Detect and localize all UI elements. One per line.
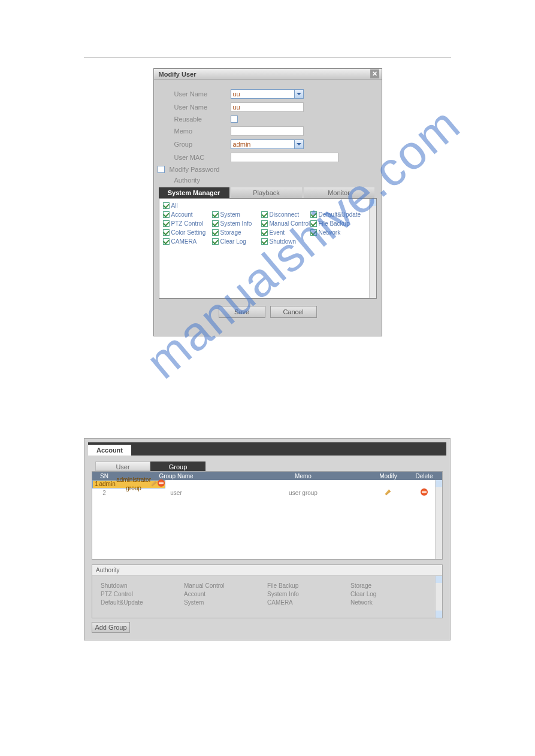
edit-icon[interactable]	[151, 480, 158, 487]
reusable-label: Reusable	[174, 116, 231, 123]
col-modify: Modify	[370, 473, 406, 479]
cancel-button[interactable]: Cancel	[270, 306, 317, 318]
user-name-label: User Name	[174, 104, 231, 111]
chevron-down-icon	[294, 90, 303, 98]
mac-label: User MAC	[174, 154, 231, 161]
account-tab[interactable]: Account	[88, 445, 131, 456]
authority-title: Authority	[92, 565, 442, 576]
page-divider	[84, 57, 451, 57]
perm-checkbox[interactable]	[310, 211, 317, 218]
tab-system-manager[interactable]: System Manager	[159, 187, 229, 198]
perm-checkbox[interactable]	[212, 220, 219, 227]
modify-password-checkbox[interactable]	[158, 166, 165, 173]
edit-icon[interactable]	[385, 489, 392, 496]
subtab-user[interactable]: User	[95, 462, 150, 471]
perm-checkbox[interactable]	[212, 229, 219, 236]
scrollbar[interactable]	[435, 480, 442, 559]
dialog-title: Modify User	[159, 71, 197, 78]
perm-checkbox[interactable]	[261, 238, 268, 245]
delete-icon[interactable]	[421, 488, 428, 496]
mac-input[interactable]	[231, 153, 338, 162]
user-select[interactable]: uu	[231, 89, 304, 99]
table-row[interactable]: 1 admin administrator group	[92, 480, 165, 488]
account-panel: Account User Group SN Group Name Memo Mo…	[84, 438, 451, 640]
perm-checkbox[interactable]	[261, 229, 268, 236]
delete-icon[interactable]	[158, 479, 165, 487]
subtab-group[interactable]: Group	[150, 462, 205, 471]
user-name-input[interactable]: uu	[231, 102, 304, 112]
col-sn: SN	[92, 473, 116, 479]
perm-checkbox[interactable]	[163, 202, 170, 209]
modify-user-dialog: Modify User ✕ User Name uu User Name uu …	[153, 68, 382, 336]
user-select-label: User Name	[174, 90, 231, 98]
add-group-button[interactable]: Add Group	[92, 622, 130, 633]
perm-checkbox[interactable]	[163, 229, 170, 236]
reusable-checkbox[interactable]	[231, 116, 238, 123]
scrollbar[interactable]	[435, 576, 442, 618]
close-icon[interactable]: ✕	[370, 69, 379, 78]
group-label: Group	[174, 141, 231, 148]
dialog-titlebar: Modify User ✕	[154, 69, 382, 80]
chevron-down-icon	[294, 140, 303, 148]
permissions-box: All Account System Disconnect Default&Up…	[159, 198, 377, 299]
perm-checkbox[interactable]	[310, 229, 317, 236]
perm-checkbox[interactable]	[310, 220, 317, 227]
memo-label: Memo	[174, 127, 231, 135]
tab-playback[interactable]: Playback	[231, 187, 302, 198]
perm-checkbox[interactable]	[261, 220, 268, 227]
perm-checkbox[interactable]	[163, 238, 170, 245]
perm-checkbox[interactable]	[261, 211, 268, 218]
group-select[interactable]: admin	[231, 139, 304, 149]
col-delete: Delete	[406, 473, 442, 479]
modify-password-label: Modify Password	[170, 166, 220, 173]
authority-panel: Authority Shutdown PTZ Control Default&U…	[92, 564, 443, 618]
memo-input[interactable]	[231, 126, 304, 136]
perm-checkbox[interactable]	[212, 238, 219, 245]
scrollbar[interactable]	[369, 199, 376, 298]
tab-monitor[interactable]: Monitor	[304, 187, 374, 198]
perm-checkbox[interactable]	[212, 211, 219, 218]
col-memo: Memo	[236, 473, 370, 479]
authority-label: Authority	[154, 177, 382, 184]
perm-checkbox[interactable]	[163, 211, 170, 218]
perm-checkbox[interactable]	[163, 220, 170, 227]
save-button[interactable]: Save	[219, 306, 265, 318]
group-grid: SN Group Name Memo Modify Delete 1 admin…	[92, 471, 443, 560]
